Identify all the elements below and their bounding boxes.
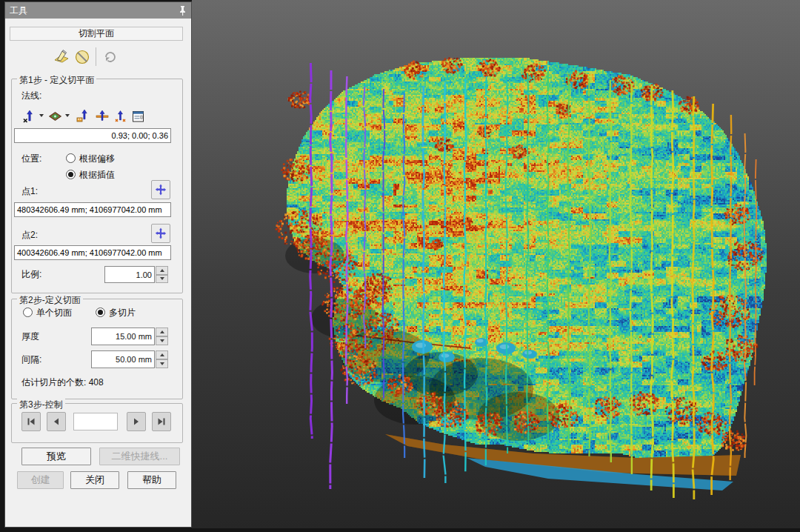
three-points-icon	[113, 110, 127, 124]
radio-by-offset-label[interactable]: 根据偏移	[79, 153, 115, 165]
point1-value-field[interactable]: 480342606.49 mm; 4106977042.00 mm	[14, 202, 171, 217]
panel-title: 工具	[10, 4, 179, 17]
edit-plane-icon	[53, 49, 70, 65]
tools-panel: 工具 切割平面 第1步 - 定义切平面 法线:	[4, 1, 192, 528]
radio-by-interpolation-label[interactable]: 根据插值	[79, 169, 115, 182]
slices-estimate: 估计切片的个数: 408	[21, 376, 104, 389]
point1-value: 480342606.49 mm; 4106977042.00 mm	[17, 205, 162, 214]
scale-label: 比例:	[21, 268, 41, 281]
pick-point-icon	[155, 227, 167, 239]
axis-normal-button[interactable]	[20, 106, 39, 127]
axis-normal-dropdown[interactable]	[38, 106, 44, 125]
radio-single-section-label[interactable]: 单个切面	[36, 307, 72, 319]
slice-index-field[interactable]	[73, 413, 118, 430]
close-button[interactable]: 关闭	[70, 471, 119, 489]
up-arrow-icon	[160, 330, 164, 333]
position-label: 位置:	[21, 153, 41, 165]
normal-value: 0.93; 0.00; 0.36	[112, 131, 168, 140]
plane-pick-dropdown[interactable]	[64, 106, 70, 125]
point1-label: 点1:	[21, 185, 38, 198]
up-arrow-icon	[160, 269, 164, 272]
radio-by-offset[interactable]	[66, 153, 76, 163]
fit-points-icon	[76, 109, 90, 124]
plane-pick-icon	[48, 110, 62, 124]
numeric-input-icon	[131, 110, 145, 124]
up-arrow-icon	[160, 353, 164, 356]
scale-value[interactable]: 1.00	[104, 266, 155, 283]
close-button-label: 关闭	[85, 473, 104, 487]
last-slice-button[interactable]	[152, 412, 171, 431]
numeric-input-button[interactable]	[129, 106, 147, 127]
interval-label: 间隔:	[21, 353, 41, 366]
interval-down-button[interactable]	[156, 359, 168, 368]
help-button[interactable]: 帮助	[127, 471, 176, 489]
preview-button[interactable]: 预览	[21, 448, 91, 465]
point-cloud-view[interactable]	[192, 0, 800, 528]
interval-value[interactable]: 50.00 mm	[91, 350, 155, 368]
radio-by-interpolation[interactable]	[66, 170, 76, 179]
down-arrow-icon	[160, 362, 164, 365]
shortcut-2d-button[interactable]: 二维快捷线...	[99, 448, 180, 465]
thickness-up-button[interactable]	[156, 327, 168, 336]
edit-plane-button[interactable]	[51, 47, 72, 67]
thickness-label: 厚度	[21, 330, 39, 343]
forbid-circle-icon	[74, 49, 90, 65]
normal-value-field[interactable]: 0.93; 0.00; 0.36	[14, 128, 171, 143]
two-points-button[interactable]	[92, 106, 112, 127]
tool-header: 切割平面	[10, 27, 183, 41]
point2-pick-button[interactable]	[151, 224, 170, 243]
panel-titlebar[interactable]: 工具	[5, 2, 191, 19]
prev-slice-button[interactable]	[47, 412, 66, 431]
first-slice-button[interactable]	[21, 412, 41, 431]
create-button[interactable]: 创建	[17, 471, 64, 489]
reset-icon	[102, 49, 119, 65]
normal-label: 法线:	[21, 90, 41, 102]
plane-pick-button[interactable]	[46, 106, 64, 127]
point2-label: 点2:	[21, 229, 38, 242]
thickness-spinner: 15.00 mm	[91, 327, 168, 345]
pin-icon[interactable]	[179, 5, 187, 16]
scale-down-button[interactable]	[156, 275, 168, 284]
prev-slice-icon	[52, 417, 61, 426]
shortcut-2d-button-label: 二维快捷线...	[112, 450, 168, 463]
step3-legend: 第3步-控制	[17, 399, 65, 411]
viewport-3d-container	[192, 0, 800, 528]
radio-multi-slice[interactable]	[96, 307, 105, 317]
interval-spinner: 50.00 mm	[91, 350, 168, 368]
last-slice-icon	[157, 417, 166, 426]
next-slice-icon	[132, 417, 141, 426]
scale-up-button[interactable]	[156, 266, 168, 275]
step1-legend: 第1步 - 定义切平面	[17, 74, 96, 87]
radio-multi-slice-label[interactable]: 多切片	[109, 307, 136, 319]
radio-single-section[interactable]	[23, 307, 33, 317]
create-button-label: 创建	[31, 473, 50, 487]
next-slice-button[interactable]	[127, 412, 146, 431]
point2-value-field[interactable]: 400342606.49 mm; 4106977042.00 mm	[14, 245, 171, 260]
two-points-icon	[95, 109, 110, 124]
scale-spinner: 1.00	[104, 266, 168, 283]
forbid-plane-button[interactable]	[72, 47, 93, 67]
tool-header-label: 切割平面	[79, 27, 114, 40]
thickness-value[interactable]: 15.00 mm	[91, 327, 155, 345]
first-slice-icon	[27, 417, 36, 426]
down-arrow-icon	[160, 277, 164, 280]
application-window: 工具 切割平面 第1步 - 定义切平面 法线:	[0, 0, 800, 532]
interval-up-button[interactable]	[156, 350, 168, 359]
toolbar-separator	[96, 47, 96, 66]
fit-points-button[interactable]	[73, 106, 93, 127]
step2-legend: 第2步-定义切面	[17, 294, 83, 307]
thickness-down-button[interactable]	[156, 336, 168, 345]
preview-button-label: 预览	[47, 450, 66, 463]
point1-pick-button[interactable]	[151, 180, 170, 199]
axis-normal-icon	[22, 110, 36, 124]
help-button-label: 帮助	[142, 473, 161, 487]
down-arrow-icon	[160, 339, 164, 342]
three-points-button[interactable]	[111, 106, 130, 127]
reset-button[interactable]	[100, 47, 121, 67]
point2-value: 400342606.49 mm; 4106977042.00 mm	[17, 248, 162, 257]
pick-point-icon	[155, 184, 167, 196]
